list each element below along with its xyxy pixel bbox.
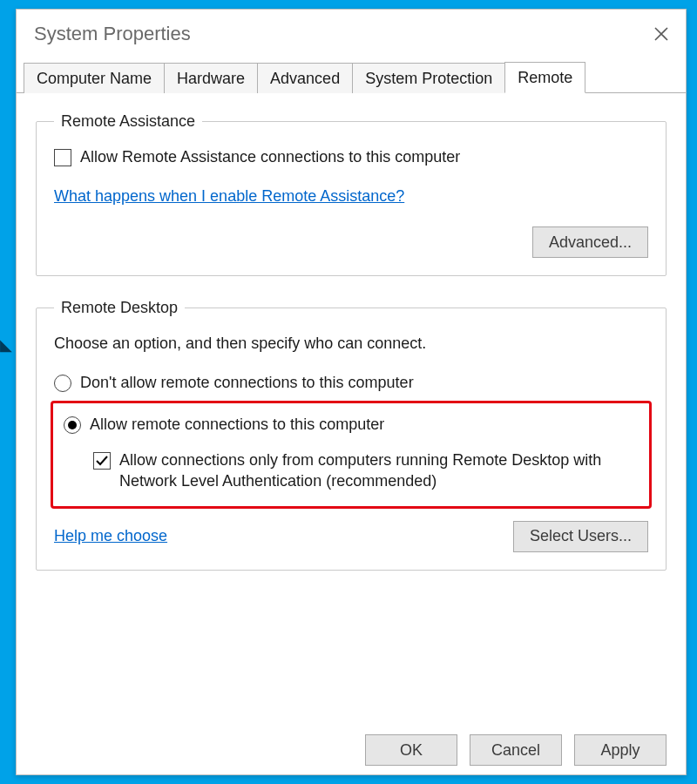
group-legend: Remote Desktop (54, 299, 185, 317)
ok-button[interactable]: OK (365, 734, 457, 766)
button-label: OK (400, 741, 423, 760)
tabstrip: Computer Name Hardware Advanced System P… (17, 58, 686, 93)
window-title: System Properties (34, 23, 191, 45)
tab-advanced[interactable]: Advanced (257, 63, 353, 93)
allow-remote-assistance-label: Allow Remote Assistance connections to t… (80, 148, 460, 166)
allow-remote-assistance-row[interactable]: Allow Remote Assistance connections to t… (54, 148, 648, 166)
radio-allow-row[interactable]: Allow remote connections to this compute… (64, 416, 639, 434)
tab-hardware[interactable]: Hardware (164, 63, 258, 93)
tab-remote[interactable]: Remote (504, 62, 585, 93)
select-users-button[interactable]: Select Users... (513, 521, 648, 552)
titlebar: System Properties (17, 10, 686, 58)
tab-label: Remote (518, 69, 572, 86)
nla-label: Allow connections only from computers ru… (119, 449, 639, 492)
cancel-button[interactable]: Cancel (470, 734, 562, 766)
radio-deny-row[interactable]: Don't allow remote connections to this c… (54, 374, 648, 392)
remote-desktop-intro: Choose an option, and then specify who c… (54, 335, 648, 353)
system-properties-window: System Properties Computer Name Hardware… (16, 9, 687, 775)
apply-button[interactable]: Apply (574, 734, 667, 766)
tab-label: Hardware (177, 70, 245, 87)
button-label: Select Users... (530, 527, 632, 545)
nla-row[interactable]: Allow connections only from computers ru… (64, 449, 639, 492)
button-label: Advanced... (549, 233, 632, 252)
tab-label: System Protection (365, 70, 492, 87)
close-icon[interactable] (649, 22, 673, 46)
nla-checkbox[interactable] (93, 452, 111, 470)
tab-computer-name[interactable]: Computer Name (24, 63, 165, 93)
radio-allow-label: Allow remote connections to this compute… (90, 416, 384, 434)
dialog-footer: OK Cancel Apply (17, 734, 686, 774)
allow-highlight-box: Allow remote connections to this compute… (51, 401, 652, 509)
tab-system-protection[interactable]: System Protection (352, 63, 505, 93)
radio-allow[interactable] (64, 416, 81, 434)
tab-label: Computer Name (37, 70, 152, 87)
remote-desktop-help-link[interactable]: Help me choose (54, 527, 167, 545)
stray-cursor-decor: ◣ (0, 335, 12, 355)
remote-assistance-help-link[interactable]: What happens when I enable Remote Assist… (54, 187, 404, 206)
tabpage-remote: Remote Assistance Allow Remote Assistanc… (17, 93, 686, 734)
group-remote-desktop: Remote Desktop Choose an option, and the… (36, 299, 667, 571)
remote-assistance-advanced-button[interactable]: Advanced... (532, 226, 648, 258)
group-legend: Remote Assistance (54, 112, 202, 131)
button-label: Cancel (491, 741, 540, 760)
group-remote-assistance: Remote Assistance Allow Remote Assistanc… (36, 112, 667, 276)
tab-label: Advanced (270, 70, 340, 87)
radio-deny-label: Don't allow remote connections to this c… (80, 374, 414, 392)
button-label: Apply (600, 741, 639, 760)
allow-remote-assistance-checkbox[interactable] (54, 149, 71, 166)
radio-deny[interactable] (54, 375, 71, 392)
